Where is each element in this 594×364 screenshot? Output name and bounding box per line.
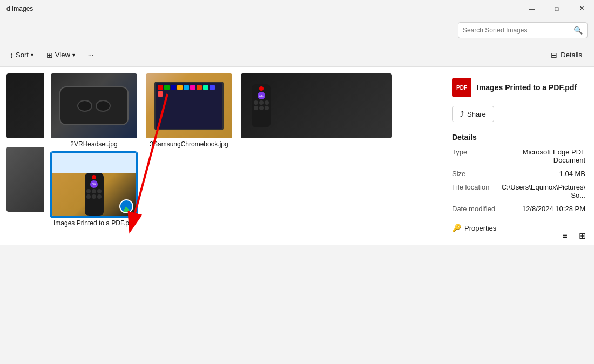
share-icon: ⤴ [460, 110, 464, 118]
view-button[interactable]: ⊞ View ▾ [41, 46, 80, 64]
more-button[interactable]: ··· [83, 46, 99, 64]
details-panel: PDF Images Printed to a PDF.pdf ⤴ Share … [443, 67, 594, 245]
detail-row-location: File location C:\Users\Equinox\Pictures\… [452, 183, 585, 199]
pdf-top-section [52, 153, 136, 173]
app-icon [190, 85, 195, 90]
app-icon [158, 91, 163, 97]
detail-value-size: 1.04 MB [559, 170, 585, 178]
app-icon [203, 85, 208, 90]
remote-dot [97, 194, 102, 199]
grid-view-button[interactable]: ⊞ [575, 228, 590, 244]
list-item[interactable]: 2VRHeadset.jpg [51, 73, 137, 148]
laptop-screen [154, 82, 224, 130]
details-button[interactable]: ⊟ Details [545, 46, 588, 64]
search-input[interactable] [463, 26, 570, 34]
sort-label: Sort [16, 51, 29, 59]
view-label: View [55, 51, 70, 59]
remote-dot [97, 189, 102, 193]
remote-dot [86, 194, 91, 199]
file-thumbnail [51, 73, 137, 138]
share-button[interactable]: ⤴ Share [452, 106, 494, 122]
search-icon[interactable]: 🔍 [573, 26, 583, 35]
remote-dot [254, 100, 258, 105]
detail-value-date: 12/8/2024 10:28 PM [522, 205, 585, 213]
pdf-bottom-section: OK [52, 173, 136, 216]
pdf-icon: PDF [452, 78, 471, 97]
detail-value-location: C:\Users\Equinox\Pictures\So... [499, 183, 585, 199]
sort-chevron-icon: ▾ [31, 52, 33, 58]
remote-control-shape: OK [252, 84, 271, 127]
remote-dot [265, 106, 269, 110]
file-header: PDF Images Printed to a PDF.pdf [452, 78, 585, 97]
remote-btn-grid [254, 100, 269, 110]
detail-row-date: Date modified 12/8/2024 10:28 PM [452, 205, 585, 213]
app-icon [164, 85, 170, 90]
vr-headset-shape [59, 86, 129, 125]
detail-row-size: Size 1.04 MB [452, 170, 585, 178]
file-thumbnail [146, 73, 232, 138]
file-name: Images Printed to a PDF.pdf [53, 219, 134, 227]
remote-dot [259, 100, 264, 105]
detail-filename: Images Printed to a PDF.pdf [477, 83, 577, 92]
app-icon [171, 85, 176, 90]
remote-in-pdf: OK [85, 173, 104, 216]
maximize-button[interactable]: □ [544, 0, 569, 17]
list-view-button[interactable]: ≡ [557, 228, 572, 244]
app-icon [197, 85, 202, 90]
app-icon [177, 85, 183, 90]
detail-key-size: Size [452, 170, 465, 178]
remote-power [92, 175, 96, 179]
sort-icon: ↕ [10, 51, 14, 59]
list-item[interactable]: OK [51, 152, 137, 227]
vr-lens-right [96, 100, 111, 112]
view-chevron-icon: ▾ [72, 52, 75, 58]
app-icon [210, 85, 215, 90]
remote-ok: OK [90, 180, 98, 188]
list-item[interactable] [6, 147, 44, 212]
file-thumbnail-selected: OK [51, 152, 137, 217]
detail-key-type: Type [452, 148, 467, 164]
app-icon [158, 85, 163, 90]
more-label: ··· [88, 51, 94, 59]
remote-dot [92, 189, 96, 193]
sort-button[interactable]: ↕ Sort ▾ [4, 46, 39, 64]
minimize-button[interactable]: — [519, 0, 544, 17]
edge-badge-icon [119, 199, 133, 213]
search-box[interactable]: 🔍 [458, 22, 588, 38]
file-name: 2VRHeadset.jpg [70, 140, 117, 148]
detail-key-date: Date modified [452, 205, 495, 213]
remote-dot [92, 194, 96, 199]
remote-dot [86, 189, 91, 193]
remote-ok-btn: OK [258, 92, 265, 99]
detail-value-type: Microsoft Edge PDF Document [499, 148, 585, 164]
file-name: 3SamsungChromebook.jpg [150, 140, 228, 148]
remote-power-btn [259, 86, 264, 91]
details-icon: ⊟ [551, 51, 557, 59]
window-title: d Images [6, 5, 33, 12]
view-icon: ⊞ [46, 51, 53, 59]
list-item[interactable] [6, 73, 44, 138]
remote-dot [254, 106, 258, 110]
app-icon [184, 85, 189, 90]
list-item[interactable]: 3SamsungChromebook.jpg [146, 73, 232, 148]
remote-dot [259, 106, 264, 110]
detail-row-type: Type Microsoft Edge PDF Document [452, 148, 585, 164]
detail-key-location: File location [452, 183, 489, 199]
share-label: Share [467, 110, 486, 118]
details-label: Details [561, 51, 582, 59]
details-heading: Details [452, 133, 585, 141]
close-button[interactable]: ✕ [569, 0, 594, 17]
list-item[interactable]: OK [241, 73, 392, 138]
vr-lens-left [77, 100, 92, 112]
remote-dot [265, 100, 269, 105]
remote-grid [86, 189, 102, 199]
